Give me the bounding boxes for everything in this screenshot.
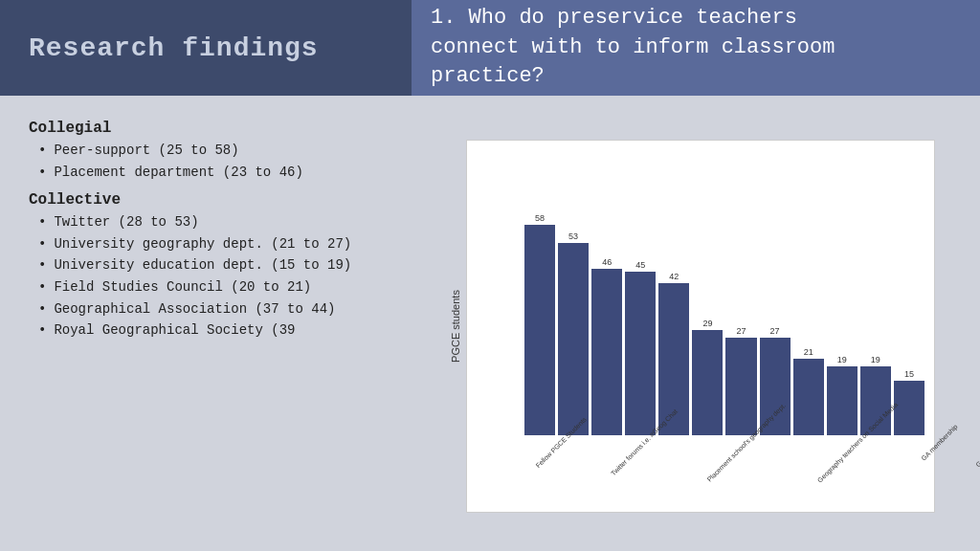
bar-value-label: 58 [535,213,545,223]
main-title: Research findings [29,33,319,63]
bar-label: GA membership [913,435,961,512]
bar-value-label: 45 [635,260,645,270]
bar-value-label: 29 [702,319,712,328]
chart-wrapper: 585346454229272721191915 Fellow PGCE Stu… [524,155,924,435]
bar [692,330,723,435]
bar-labels: Fellow PGCE StudentsTwitter forums i.e. … [524,435,924,512]
right-panel: PGCE students 585346454229272721191915 F… [440,110,961,541]
bar [591,269,622,435]
bar-chart: PGCE students 585346454229272721191915 F… [466,140,935,513]
list-item: Field Studies Council (20 to 21) [29,278,421,298]
question-line2: connect with to inform classroom [431,35,835,59]
bar-group: 21 [793,347,824,435]
list-item: Placement department (23 to 46) [29,164,421,183]
list-item: Geographical Association (37 to 44) [29,300,421,320]
collective-list: Twitter (28 to 53)University geography d… [29,213,421,341]
bar-value-label: 19 [837,355,847,364]
bar-group: 58 [524,213,555,435]
bar-value-label: 53 [568,231,578,241]
bar-group: 19 [827,355,858,435]
bar-group: 29 [692,319,723,435]
bar-value-label: 19 [871,355,880,364]
list-item: University education dept. (15 to 19) [29,256,421,276]
bar-group: 45 [625,260,656,435]
list-item: Royal Geographical Society (39 [29,321,421,341]
bar [894,381,924,435]
collegial-heading: Collegial [29,120,421,137]
bar-label: GA annual conference [965,435,980,512]
bar [625,272,656,435]
bar-value-label: 46 [602,257,612,267]
bar-group: 15 [894,369,924,435]
question-line3: practice? [431,64,545,88]
bar-label: Twitter forums i.e. #Geog Chat [596,435,687,512]
left-panel: Collegial Peer-support (25 to 58)Placeme… [29,110,440,541]
list-item: Twitter (28 to 53) [29,213,421,232]
bar [524,225,555,435]
bar-label: Geography teachers on Social Media [800,435,910,512]
bar [827,366,858,435]
bar-value-label: 27 [737,326,746,336]
chart-area: 585346454229272721191915 [524,155,924,435]
bar-value-label: 21 [804,347,813,357]
bar-group: 27 [725,326,756,435]
bar-group: 53 [558,231,589,435]
question-line1: 1. Who do preservice teachers [431,6,797,30]
y-axis-label: PGCE students [450,290,461,363]
header-right-title: 1. Who do preservice teachers connect wi… [412,0,980,96]
list-item: University geography dept. (21 to 27) [29,235,421,254]
bar-value-label: 27 [770,326,780,336]
header-left-title: Research findings [0,0,412,96]
bar-label: Fellow PGCE Students [524,435,593,512]
collective-heading: Collective [29,191,421,209]
bar-label: Placement school's geography dept. [690,435,798,512]
list-item: Peer-support (25 to 58) [29,142,421,161]
bar-value-label: 15 [904,369,914,379]
bar-group: 46 [591,257,622,435]
bar [558,243,589,435]
collegial-list: Peer-support (25 to 58)Placement departm… [29,142,421,182]
bar-value-label: 42 [669,272,679,281]
bar [725,338,756,435]
bar [793,359,824,435]
